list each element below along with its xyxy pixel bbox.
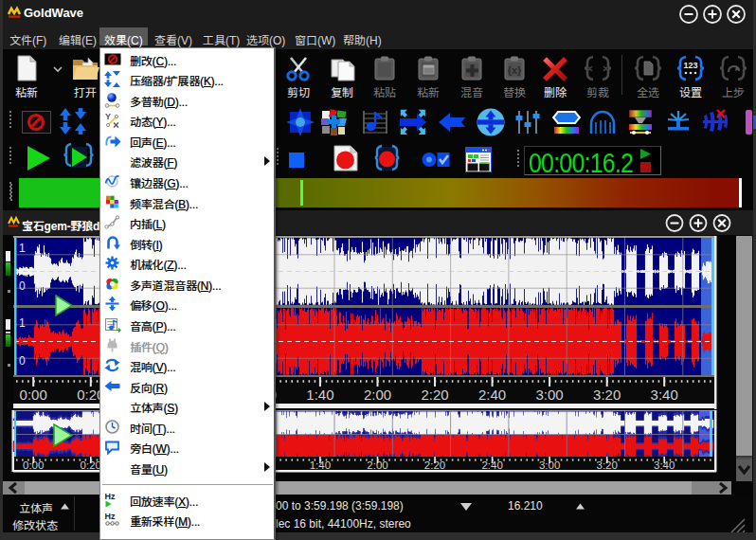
svg-text:1: 1 <box>19 316 26 330</box>
svg-text:{x}: {x} <box>508 64 522 76</box>
svg-text:0:00: 0:00 <box>20 387 47 403</box>
svg-text:3:00: 3:00 <box>535 387 563 403</box>
svg-text:0: 0 <box>19 279 26 293</box>
svg-text:3:20: 3:20 <box>593 387 621 403</box>
svg-text:2:20: 2:20 <box>421 387 448 403</box>
svg-text:Hz: Hz <box>105 512 116 521</box>
svg-text:Y: Y <box>105 112 111 121</box>
svg-text:3:40: 3:40 <box>651 387 678 403</box>
svg-text:Hz: Hz <box>105 491 116 500</box>
svg-text:2:40: 2:40 <box>478 387 506 403</box>
svg-text:0: 0 <box>19 354 26 368</box>
svg-text:123: 123 <box>683 61 697 70</box>
svg-text:2:00: 2:00 <box>364 387 391 403</box>
svg-text:1: 1 <box>19 242 26 255</box>
svg-text:1:40: 1:40 <box>306 387 333 403</box>
